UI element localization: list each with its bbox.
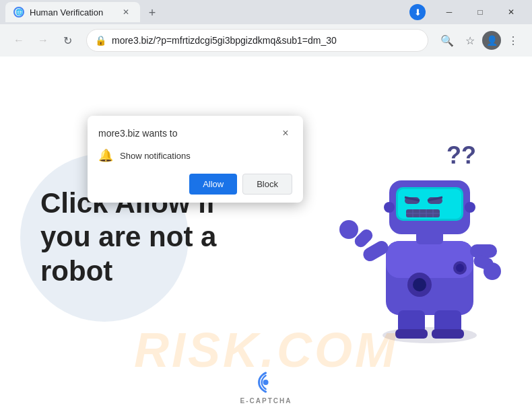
- browser-content: more3.biz wants to × 🔔 Show notification…: [0, 57, 532, 418]
- bookmark-button[interactable]: ☆: [459, 30, 481, 51]
- svg-point-20: [384, 202, 395, 213]
- popup-buttons: Allow Block: [98, 174, 292, 195]
- address-text: more3.biz/?p=mfrtizdcgi5gi3bpgizdkmq&sub…: [112, 35, 420, 46]
- tab-close-button[interactable]: ✕: [120, 6, 132, 18]
- popup-header: more3.biz wants to ×: [98, 127, 292, 140]
- webpage: Click Allow if you are not a robot ??: [0, 57, 532, 418]
- maximize-button[interactable]: □: [465, 0, 496, 24]
- svg-point-5: [413, 278, 426, 291]
- notification-popup: more3.biz wants to × 🔔 Show notification…: [88, 116, 303, 203]
- svg-point-24: [339, 220, 358, 239]
- ecaptcha-label: E-CAPTCHA: [240, 397, 292, 405]
- close-button[interactable]: ✕: [496, 0, 527, 24]
- robot-illustration: ??: [325, 130, 514, 345]
- svg-point-34: [263, 380, 269, 385]
- active-tab[interactable]: 🌐 Human Verification ✕: [5, 2, 140, 22]
- ecaptcha-logo-container: E-CAPTCHA: [240, 370, 292, 405]
- window-controls: ─ □ ✕: [434, 0, 527, 24]
- titlebar: 🌐 Human Verification ✕ + ⬇ ─ □ ✕: [0, 0, 532, 24]
- svg-rect-25: [470, 244, 497, 258]
- popup-body: 🔔 Show notifications: [98, 148, 292, 163]
- forward-button[interactable]: →: [32, 30, 54, 51]
- minimize-button[interactable]: ─: [434, 0, 465, 24]
- svg-point-21: [465, 202, 475, 213]
- reload-button[interactable]: ↻: [57, 30, 78, 51]
- tab-title: Human Verification: [30, 7, 114, 18]
- svg-point-27: [484, 263, 501, 280]
- popup-title: more3.biz wants to: [98, 128, 178, 139]
- menu-button[interactable]: ⋮: [502, 30, 524, 51]
- toolbar: ← → ↻ 🔒 more3.biz/?p=mfrtizdcgi5gi3bpgiz…: [0, 24, 532, 57]
- svg-rect-31: [432, 329, 464, 339]
- block-button[interactable]: Block: [242, 174, 292, 195]
- svg-point-33: [456, 264, 464, 272]
- svg-rect-30: [395, 329, 428, 339]
- lock-icon: 🔒: [95, 35, 106, 46]
- new-tab-button[interactable]: +: [143, 3, 162, 22]
- ecaptcha-logo-icon: [254, 370, 278, 394]
- search-button[interactable]: 🔍: [436, 30, 458, 51]
- tab-bar: 🌐 Human Verification ✕ +: [5, 2, 407, 22]
- bell-icon: 🔔: [98, 148, 113, 163]
- ecaptcha-section: E-CAPTCHA: [240, 370, 292, 405]
- profile-button[interactable]: 👤: [482, 31, 501, 50]
- address-bar[interactable]: 🔒 more3.biz/?p=mfrtizdcgi5gi3bpgizdkmq&s…: [86, 29, 428, 52]
- allow-button[interactable]: Allow: [189, 174, 237, 195]
- tab-favicon: 🌐: [13, 7, 24, 18]
- watermark: RISK.COM: [134, 322, 398, 378]
- back-button[interactable]: ←: [8, 30, 30, 51]
- download-indicator[interactable]: ⬇: [409, 4, 426, 20]
- svg-text:??: ??: [446, 141, 476, 169]
- download-icon: ⬇: [414, 7, 422, 18]
- popup-message: Show notifications: [120, 151, 191, 161]
- toolbar-right: 🔍 ☆ 👤 ⋮: [436, 30, 524, 51]
- popup-close-button[interactable]: ×: [279, 127, 292, 140]
